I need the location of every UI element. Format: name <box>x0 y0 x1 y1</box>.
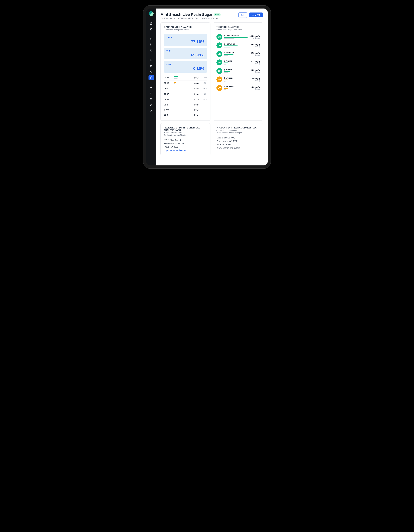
primary-cannabinoid-card: THC69.98% <box>164 48 207 59</box>
main-content: Mint Smash Live Resin Sugar Pass 7-3-202… <box>156 9 268 165</box>
terpene-abbr-icon: αT <box>216 85 222 91</box>
target-icon[interactable] <box>149 102 154 107</box>
layers-icon[interactable] <box>149 69 154 75</box>
svg-rect-2 <box>150 24 151 24</box>
svg-point-16 <box>150 98 152 99</box>
terpene-abbr-icon: βM <box>216 76 222 82</box>
terpene-row-value: 1.89 mg/g <box>251 77 260 80</box>
cannabinoid-row: CBGA1.68%1.23% <box>164 80 207 86</box>
archive-icon[interactable] <box>149 90 154 96</box>
reviewer-address-2: Snowflake, AZ 86322 <box>164 142 207 145</box>
cannabinoid-row-bars <box>174 109 181 111</box>
terpene-row-name: α Terpineol <box>224 86 249 87</box>
terpene-row: αHα Humulene6.94 mg/g6.5 mg/g <box>216 42 260 48</box>
cannabinoid-title: CANNABINOID ANALYSIS <box>164 26 207 28</box>
cannabinoid-row-value: 0.17% <box>182 98 199 101</box>
cannabinoid-row: CBG0.33%0.31% <box>164 86 207 91</box>
terpene-row-name: β Caryophyllene <box>224 34 248 37</box>
cannabinoid-row-bars <box>174 114 181 115</box>
tablet-frame: Mint Smash Live Resin Sugar Pass 7-3-202… <box>143 5 271 169</box>
terpene-row-name: α Pinene <box>224 60 249 62</box>
terpene-row: βMβ Myrcene1.89 mg/g1.2 mg/g <box>216 76 260 82</box>
dashboard-icon[interactable] <box>149 21 154 26</box>
cannabinoid-row-value: 0.01% <box>182 114 199 116</box>
book-icon[interactable] <box>149 57 154 63</box>
bag-icon[interactable] <box>149 27 154 32</box>
branch-icon[interactable] <box>149 42 154 47</box>
terpene-row: αBα Bisabolol4.79 mg/g4.1 mg/g <box>216 51 260 57</box>
page-title: Mint Smash Live Resin Sugar <box>160 12 213 17</box>
cannabinoid-row-avg: 2.89% <box>201 77 207 79</box>
database-icon[interactable] <box>149 96 154 102</box>
primary-cannabinoid-label: CBD <box>166 63 205 66</box>
cannabinoid-row-label: CBGA <box>164 82 172 84</box>
sidebar <box>146 9 156 165</box>
cannabinoid-row-avg: 0.17% <box>201 99 207 100</box>
reviewer-person: Cathleen Cover: Lab Director <box>164 134 207 136</box>
terpene-row-bars <box>224 88 249 90</box>
cannabinoid-subtitle: Current and Average Lab Results <box>164 29 207 31</box>
producer-email[interactable]: jon@sonoran-group.com <box>216 146 260 150</box>
terpene-abbr-icon: βC <box>216 34 222 40</box>
producer-address-1: 1581 S Boyles Way <box>216 136 260 140</box>
terpene-subtitle: Current and Average Lab Results <box>216 29 260 31</box>
svg-rect-13 <box>150 86 152 88</box>
terpene-row-value: 4.79 mg/g <box>251 52 260 54</box>
svg-point-10 <box>151 65 151 66</box>
primary-cannabinoid-label: THC <box>166 50 205 52</box>
svg-rect-0 <box>150 22 151 23</box>
screen: Mint Smash Live Resin Sugar Pass 7-3-202… <box>146 9 268 165</box>
cannabinoid-row-label: D8THC <box>164 98 172 101</box>
terpene-row-avg: 1.2 mg/g <box>251 80 260 82</box>
terpene-row-name: β Pinene <box>224 68 249 70</box>
svg-point-7 <box>150 50 151 50</box>
cannabinoid-row-avg: 0.31% <box>201 88 207 89</box>
nav-group-3 <box>149 57 154 80</box>
clipboard-icon[interactable] <box>149 75 154 80</box>
terpene-row-bars <box>224 63 249 65</box>
cannabinoid-row-value: 0.18% <box>182 93 199 95</box>
terpene-row-avg: 2.5 mg/g <box>251 63 260 65</box>
tag-icon[interactable] <box>149 63 154 69</box>
users-icon[interactable] <box>149 48 154 53</box>
svg-point-19 <box>151 105 151 105</box>
terpene-row: αTα Terpineol1.82 mg/g1.4 mg/g <box>216 85 260 91</box>
cannabinoid-row: D9THC2.31%2.89% <box>164 75 207 80</box>
reviewer-panel: REVIEWED BY INFINITE CHEMICAL ANALYSIS L… <box>160 123 210 155</box>
cannabinoid-row-label: CBG <box>164 87 172 90</box>
terpene-row-value: 2.89 mg/g <box>251 69 260 71</box>
svg-point-4 <box>150 44 151 44</box>
cannabinoid-row-avg: 1.23% <box>201 82 207 84</box>
cannabinoid-row-bars <box>174 76 181 79</box>
producer-address-2: Camp Verde, AZ 86322 <box>216 140 260 143</box>
terpene-row-bars <box>224 37 248 39</box>
cannabinoid-row-avg: 0.15% <box>201 93 207 95</box>
terpene-abbr-icon: αB <box>216 51 222 57</box>
cannabinoid-row: CBN0.02% <box>164 102 207 107</box>
terpene-row-avg: 10.2 mg/g <box>249 37 260 39</box>
cannabinoid-row-value: 0.33% <box>182 87 199 90</box>
terpene-row-value: 6.94 mg/g <box>251 43 260 46</box>
app-logo[interactable] <box>149 11 154 16</box>
primary-cannabinoid-card: CBD0.15% <box>164 61 207 73</box>
reviewer-address-1: 501 S Main Street <box>164 138 207 142</box>
svg-rect-15 <box>150 92 152 93</box>
terpene-row-bars <box>224 71 249 73</box>
person-icon[interactable] <box>149 108 154 113</box>
header: Mint Smash Live Resin Sugar Pass 7-3-202… <box>160 12 263 19</box>
cannabinoid-row-label: CBN <box>164 104 172 106</box>
nav-group-2 <box>149 36 154 53</box>
edit-button[interactable]: Edit <box>238 12 247 18</box>
cannabinoid-row-bars <box>174 98 181 101</box>
cannabinoid-row: THCV0.01% <box>164 107 207 112</box>
terpene-row-name: α Humulene <box>224 43 249 45</box>
cannabinoid-row-value: 0.02% <box>182 104 199 106</box>
view-pdf-button[interactable]: View PDF <box>249 12 263 18</box>
image-icon[interactable] <box>149 85 154 90</box>
producer-person: Peter Johnson: Product Manager <box>216 132 260 134</box>
primary-cannabinoid-value: 69.98% <box>166 53 205 57</box>
reviewer-link[interactable]: onpointlaboratories.com <box>164 149 207 152</box>
primary-cannabinoid-cards: THCA77.16%THC69.98%CBD0.15% <box>164 34 207 73</box>
chat-icon[interactable] <box>149 36 154 41</box>
cannabinoid-row: D8THC0.17%0.17% <box>164 97 207 102</box>
